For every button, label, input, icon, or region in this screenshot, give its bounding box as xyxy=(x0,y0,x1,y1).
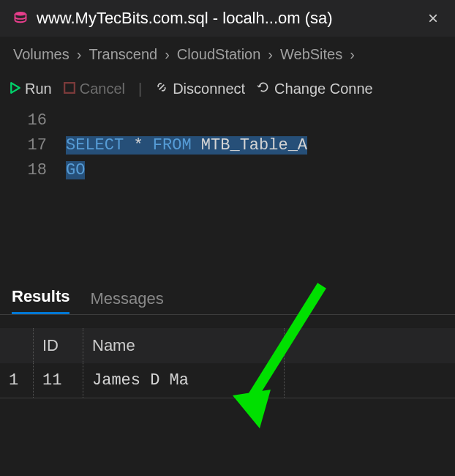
cancel-button[interactable]: Cancel xyxy=(64,81,125,97)
tab-title[interactable]: www.MyTecBits.com.sql - localh...om (sa) xyxy=(37,9,417,28)
breadcrumb-item[interactable]: Transcend xyxy=(89,46,157,63)
breadcrumb-item[interactable]: WebSites xyxy=(280,46,342,63)
refresh-icon xyxy=(257,81,270,97)
breadcrumb-item[interactable]: Volumes xyxy=(13,46,69,63)
table-row[interactable]: 1 11 James D Ma xyxy=(0,363,455,398)
chevron-right-icon: › xyxy=(77,46,82,63)
run-label: Run xyxy=(25,81,52,97)
code-line[interactable]: SELECT * FROM MTB_Table_A xyxy=(66,133,455,158)
chevron-right-icon: › xyxy=(350,46,355,63)
code-line[interactable]: GO xyxy=(66,158,455,183)
results-table: ID Name 1 11 James D Ma xyxy=(0,328,455,398)
table-header-id[interactable]: ID xyxy=(34,328,83,363)
breadcrumb-item[interactable]: CloudStation xyxy=(177,46,261,63)
database-icon xyxy=(13,11,28,26)
breadcrumb: Volumes › Transcend › CloudStation › Web… xyxy=(0,37,455,72)
line-number: 16 xyxy=(0,108,66,133)
svg-rect-1 xyxy=(64,83,75,93)
stop-icon xyxy=(64,81,75,97)
chevron-right-icon: › xyxy=(268,46,273,63)
cell-name: James D Ma xyxy=(83,363,285,398)
table-header-rownum[interactable] xyxy=(0,328,34,363)
line-number: 18 xyxy=(0,158,66,183)
play-icon xyxy=(10,81,20,97)
run-button[interactable]: Run xyxy=(10,81,52,97)
svg-point-0 xyxy=(15,12,26,16)
chevron-right-icon: › xyxy=(165,46,170,63)
line-number: 17 xyxy=(0,133,66,158)
code-editor[interactable]: 16 17 SELECT * FROM MTB_Table_A 18 GO xyxy=(0,105,455,281)
tab-messages[interactable]: Messages xyxy=(90,283,163,314)
row-number: 1 xyxy=(0,363,34,398)
change-connection-button[interactable]: Change Conne xyxy=(257,81,373,97)
disconnect-icon xyxy=(155,81,168,97)
change-label: Change Conne xyxy=(274,81,373,97)
cell-id: 11 xyxy=(34,363,83,398)
disconnect-button[interactable]: Disconnect xyxy=(155,81,245,97)
tab-results[interactable]: Results xyxy=(12,281,69,314)
table-header-name[interactable]: Name xyxy=(83,328,285,363)
close-icon[interactable]: × xyxy=(424,8,442,29)
separator: | xyxy=(138,81,142,97)
disconnect-label: Disconnect xyxy=(173,81,245,97)
cancel-label: Cancel xyxy=(80,81,125,97)
